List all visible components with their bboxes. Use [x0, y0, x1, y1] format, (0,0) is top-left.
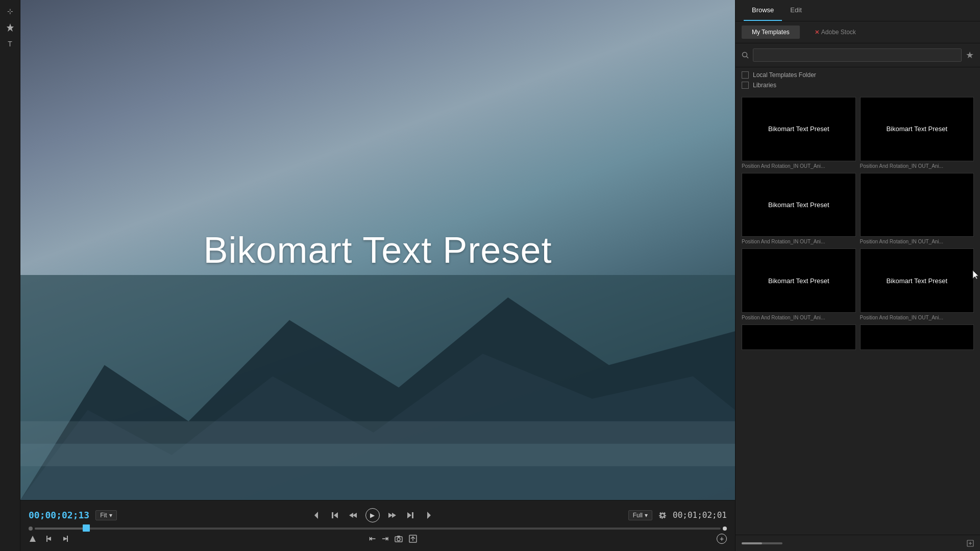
timeline-area: 00;00;02;13 Fit ▾	[20, 500, 735, 551]
svg-point-22	[397, 538, 400, 541]
template-thumbnail-7	[742, 324, 856, 350]
template-thumbnail-5: Bikomart Text Preset	[742, 248, 856, 313]
duration-timecode: 00;01;02;01	[673, 510, 727, 520]
panel-settings-button[interactable]	[967, 540, 974, 547]
svg-marker-9	[353, 513, 357, 518]
template-thumbnail-8	[860, 324, 974, 350]
type-tool[interactable]: T	[4, 38, 16, 50]
panel-subtabs: My Templates ✕ Adobe Stock	[736, 21, 980, 43]
filter-row: Local Templates Folder Libraries	[736, 67, 980, 93]
main-area: Bikomart Text Preset 00;00;02;13 Fit ▾	[20, 0, 735, 551]
scrubber-end-marker	[723, 527, 727, 531]
svg-marker-20	[63, 537, 67, 541]
template-card-2[interactable]: Bikomart Text Preset Position And Rotati…	[860, 97, 974, 169]
camera-button[interactable]	[395, 535, 403, 543]
template-card-8[interactable]	[860, 324, 974, 352]
svg-marker-18	[47, 537, 51, 541]
playback-controls: ▶	[313, 508, 432, 522]
controls-bar: 00;00;02;13 Fit ▾	[29, 508, 727, 522]
play-button[interactable]: ▶	[365, 508, 380, 522]
to-in-button[interactable]: ⇤	[369, 534, 376, 543]
step-forward-button[interactable]	[405, 511, 414, 520]
video-text-overlay: Bikomart Text Preset	[204, 229, 552, 271]
favorites-star-button[interactable]: ★	[966, 49, 974, 61]
step-back-button[interactable]	[331, 511, 340, 520]
left-toolbar: ⊹ T	[0, 0, 20, 551]
filter-local-templates[interactable]: Local Templates Folder	[742, 71, 974, 79]
svg-marker-5	[314, 512, 318, 519]
svg-marker-16	[30, 536, 36, 542]
landscape-svg	[20, 275, 735, 500]
current-timecode: 00;00;02;13	[29, 510, 89, 520]
svg-point-15	[662, 514, 664, 516]
panel-tabs: Browse Edit	[736, 0, 980, 21]
search-icon	[742, 52, 749, 59]
fast-forward-button[interactable]	[388, 511, 397, 520]
pen-tool[interactable]	[4, 21, 16, 34]
out-point-button[interactable]	[61, 535, 69, 543]
selection-tool[interactable]: ⊹	[4, 5, 16, 17]
quality-selector[interactable]: Full ▾	[628, 510, 652, 520]
adobe-stock-icon: ✕	[815, 29, 819, 36]
svg-rect-23	[397, 536, 400, 537]
svg-point-26	[743, 53, 747, 57]
scrubber-start-marker	[29, 527, 33, 531]
in-point-button[interactable]	[45, 535, 53, 543]
svg-rect-12	[412, 512, 413, 518]
template-card-7[interactable]	[742, 324, 856, 352]
local-templates-checkbox[interactable]	[742, 71, 749, 79]
svg-marker-10	[392, 513, 396, 518]
tab-browse[interactable]: Browse	[744, 0, 782, 21]
to-out-button[interactable]: ⇥	[382, 534, 388, 543]
marker-button[interactable]	[29, 535, 37, 543]
tab-edit[interactable]: Edit	[782, 0, 810, 21]
fit-selector[interactable]: Fit ▾	[95, 510, 116, 520]
svg-marker-14	[427, 512, 431, 519]
template-card-1[interactable]: Bikomart Text Preset Position And Rotati…	[742, 97, 856, 169]
template-card-5[interactable]: Bikomart Text Preset Position And Rotati…	[742, 248, 856, 320]
add-track-button[interactable]: +	[717, 534, 727, 544]
scrubber-thumb[interactable]	[83, 524, 90, 532]
svg-line-27	[747, 57, 749, 59]
scrubber-bar	[29, 527, 727, 531]
scrubber-track[interactable]	[35, 528, 721, 530]
template-card-6[interactable]: Bikomart Text Preset Position And Rotati…	[860, 248, 974, 320]
svg-marker-13	[407, 512, 411, 518]
search-row: ★	[736, 43, 980, 67]
right-panel: Browse Edit My Templates ✕ Adobe Stock ★…	[735, 0, 980, 551]
libraries-checkbox[interactable]	[742, 82, 749, 89]
templates-grid: Bikomart Text Preset Position And Rotati…	[736, 93, 980, 535]
template-thumbnail-6: Bikomart Text Preset	[860, 248, 974, 313]
svg-marker-11	[388, 513, 393, 518]
subtab-adobe-stock[interactable]: ✕ Adobe Stock	[804, 26, 867, 39]
template-thumbnail-1: Bikomart Text Preset	[742, 97, 856, 161]
template-thumbnail-3: Bikomart Text Preset	[742, 173, 856, 237]
mark-out-button[interactable]	[423, 511, 432, 520]
svg-rect-4	[20, 444, 735, 500]
template-thumbnail-2: Bikomart Text Preset	[860, 97, 974, 161]
video-preview: Bikomart Text Preset	[20, 0, 735, 500]
scroll-indicator[interactable]	[742, 542, 782, 544]
export-frame-button[interactable]	[409, 535, 417, 543]
template-card-3[interactable]: Bikomart Text Preset Position And Rotati…	[742, 173, 856, 245]
subtab-my-templates[interactable]: My Templates	[742, 26, 800, 39]
search-input[interactable]	[753, 48, 962, 62]
rewind-button[interactable]	[348, 511, 357, 520]
svg-rect-6	[332, 512, 333, 518]
template-thumbnail-4	[860, 173, 974, 237]
svg-marker-7	[334, 512, 338, 518]
svg-marker-8	[349, 513, 353, 518]
template-card-4[interactable]: Position And Rotation_IN OUT_Ani...	[860, 173, 974, 245]
bottom-controls-row: ⇤ ⇥ +	[29, 534, 727, 544]
settings-button[interactable]	[658, 511, 667, 519]
mark-in-button[interactable]	[313, 511, 323, 520]
filter-libraries[interactable]: Libraries	[742, 82, 974, 89]
panel-footer	[736, 535, 980, 551]
